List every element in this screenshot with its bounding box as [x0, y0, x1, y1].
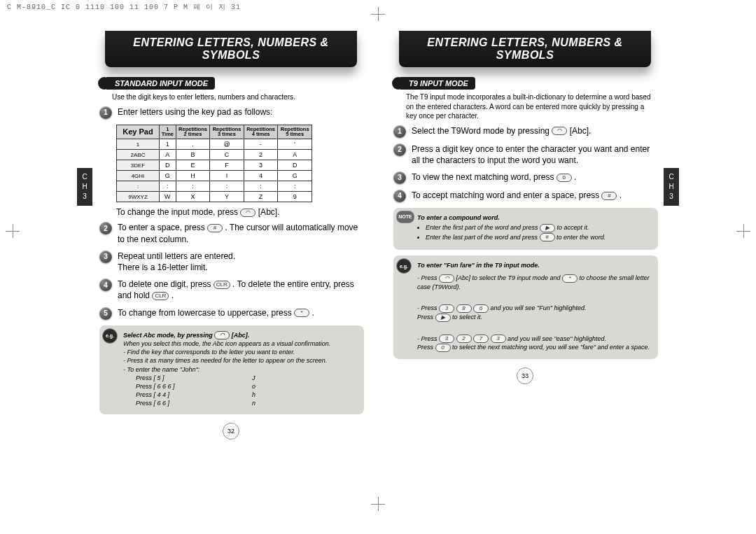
section-label: T9 INPUT MODE — [400, 77, 475, 90]
example-lead: Select Abc mode, by pressing ◠ [Abc]. — [123, 331, 357, 340]
space-key-icon: # — [207, 224, 223, 232]
zero-key-icon: 0 — [556, 174, 572, 182]
step-4: 4 To accept matching word and enter a sp… — [393, 190, 657, 202]
step-text: To accept matching word and enter a spac… — [412, 190, 657, 201]
section-header: T9 INPUT MODE — [392, 77, 658, 90]
step-text: Press a digit key once to enter the char… — [412, 143, 657, 166]
example-box: e.g. To enter "Fun fare" in the T9 input… — [393, 255, 658, 359]
step-text: Repeat until letters are entered. There … — [118, 251, 363, 273]
softkey-icon: ◠ — [240, 209, 255, 217]
section-intro: The T9 input mode incorporates a built-i… — [406, 92, 657, 121]
zero-key-icon: 0 — [435, 344, 451, 352]
page-right: C H 3 ENTERING LETTERS, NUMBERS & SYMBOL… — [378, 14, 672, 442]
nav-right-icon: ▶ — [540, 224, 555, 232]
digit-key-icon: 6 — [473, 304, 489, 313]
note-line: Enter the first part of the word and pre… — [426, 223, 651, 232]
note-badge-icon: NOTE — [396, 211, 414, 223]
eg-badge-icon: e.g. — [396, 258, 412, 274]
example-line: - To enter the name "John": — [123, 365, 357, 374]
step-badge: 2 — [99, 222, 112, 234]
step-text: Enter letters using the key pad as follo… — [118, 106, 363, 118]
note-line: Enter the last part of the word and pres… — [426, 233, 651, 242]
bullet-icon — [392, 77, 405, 90]
manual-spread: C H 3 ENTERING LETTERS, NUMBERS & SYMBOL… — [0, 14, 756, 442]
step-badge: 1 — [393, 125, 406, 138]
page-banner: ENTERING LETTERS, NUMBERS & SYMBOLS — [399, 31, 651, 67]
note-box: NOTE To enter a compound word. Enter the… — [393, 208, 658, 250]
step-text: To delete one digit, press CLR . To dele… — [118, 279, 363, 301]
digit-key-icon: 8 — [456, 304, 472, 313]
step-2: 2 Press a digit key once to enter the ch… — [393, 143, 657, 166]
col-1time: 1 Time — [160, 125, 176, 139]
step-1: 1 Enter letters using the key pad as fol… — [99, 106, 363, 119]
step-badge: 5 — [99, 307, 112, 320]
table-row: :::::: — [117, 181, 312, 192]
clr-key-icon: CLR — [152, 292, 169, 300]
example-line: - Find the key that corresponds to the l… — [123, 348, 357, 356]
chapter-tab: C H 3 — [77, 168, 92, 206]
step-text: To enter a space, press # . The cursor w… — [118, 222, 363, 244]
softkey-icon: ◠ — [214, 331, 230, 339]
page-left: C H 3 ENTERING LETTERS, NUMBERS & SYMBOL… — [84, 14, 378, 442]
hash-key-icon: # — [540, 233, 555, 241]
example-line: - Press 3 8 6 and you will see "Fun" hig… — [417, 295, 651, 321]
step-badge: 1 — [99, 106, 112, 119]
hash-key-icon: # — [601, 192, 617, 200]
bullet-icon — [98, 77, 111, 90]
col-rep5: Repetitions 5 times — [278, 125, 312, 139]
table-row: 3DEFDEF3D — [117, 160, 312, 171]
example-lead: To enter "Fun fare" in the T9 input mode… — [417, 261, 651, 269]
step-badge: 4 — [99, 279, 112, 291]
table-row: 4GHIGHI4G — [117, 171, 312, 181]
press-sequence: Press [ 5 ]J Press [ 6 6 6 ]o Press [ 4 … — [136, 374, 357, 408]
section-header: STANDARD INPUT MODE — [98, 77, 364, 90]
section-label: STANDARD INPUT MODE — [106, 77, 215, 90]
digit-key-icon: 3 — [439, 335, 454, 343]
note-lead: To enter a compound word. — [417, 213, 651, 222]
col-rep3: Repetitions 3 times — [210, 125, 244, 139]
step-3: 3 To view the next matching word, press … — [393, 171, 657, 184]
step-1: 1 Select the T9Word mode by pressing ◠ [… — [393, 125, 657, 138]
step-text: Select the T9Word mode by pressing ◠ [Ab… — [412, 125, 657, 136]
step-2: 2 To enter a space, press # . The cursor… — [99, 222, 363, 244]
step-3: 3 Repeat until letters are entered. Ther… — [99, 251, 363, 273]
table-row: 11.@-' — [117, 139, 312, 150]
step-badge: 3 — [99, 251, 112, 263]
softkey-icon: ◠ — [439, 274, 454, 283]
example-line: - Press it as many times as needed for t… — [123, 356, 357, 365]
nav-right-icon: ▶ — [435, 314, 451, 322]
example-line: - Press 3 2 7 3 and you will see "ease" … — [417, 326, 651, 352]
change-mode-note: To change the input mode, press ◠ [Abc]. — [116, 206, 363, 218]
section-intro: Use the digit keys to enter letters, num… — [112, 92, 363, 102]
step-text: To view the next matching word, press 0 … — [412, 171, 657, 183]
step-4: 4 To delete one digit, press CLR . To de… — [99, 279, 363, 301]
col-rep4: Repetitions 4 times — [244, 125, 278, 139]
star-key-icon: * — [294, 309, 309, 317]
step-badge: 4 — [393, 190, 406, 202]
example-box: e.g. Select Abc mode, by pressing ◠ [Abc… — [99, 325, 364, 415]
page-banner: ENTERING LETTERS, NUMBERS & SYMBOLS — [105, 31, 357, 67]
keypad-table: Key Pad 1 Time Repetitions 2 times Repet… — [116, 125, 312, 203]
col-keypad: Key Pad — [117, 125, 160, 139]
example-line: - Press ◠ [Abc] to select the T9 input m… — [417, 274, 651, 291]
page-number: 33 — [517, 367, 533, 384]
table-row: 9WXYZWXYZ9 — [117, 192, 312, 202]
step-text: To change from lowercase to uppercase, p… — [118, 307, 363, 318]
example-line: When you select this mode, the Abc icon … — [123, 339, 357, 348]
page-number: 32 — [223, 423, 239, 440]
softkey-icon: ◠ — [552, 127, 567, 135]
table-row: 2ABCABC2A — [117, 150, 312, 160]
star-key-icon: * — [562, 274, 578, 283]
chapter-tab: C H 3 — [664, 168, 679, 206]
eg-badge-icon: e.g. — [102, 328, 118, 344]
table-row: Key Pad 1 Time Repetitions 2 times Repet… — [117, 125, 312, 139]
clr-key-icon: CLR — [214, 281, 230, 289]
step-badge: 2 — [393, 143, 406, 156]
digit-key-icon: 3 — [491, 335, 506, 343]
col-rep2: Repetitions 2 times — [176, 125, 210, 139]
step-badge: 3 — [393, 171, 406, 184]
step-5: 5 To change from lowercase to uppercase,… — [99, 307, 363, 320]
digit-key-icon: 3 — [439, 304, 454, 313]
digit-key-icon: 2 — [456, 335, 472, 343]
digit-key-icon: 7 — [473, 335, 489, 343]
